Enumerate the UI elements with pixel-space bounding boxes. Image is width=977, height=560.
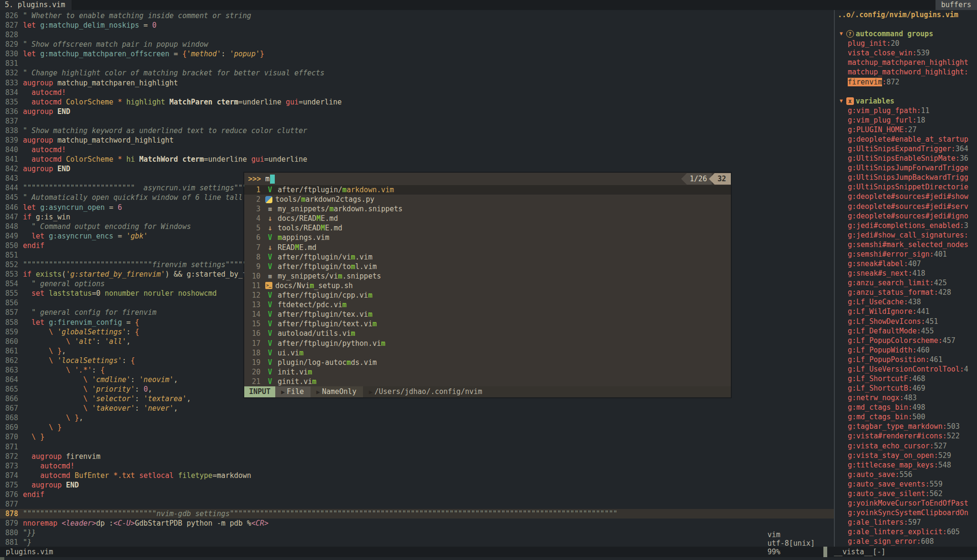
vista-tag-item[interactable]: g:jedi#show_call_signatures: bbox=[835, 230, 977, 240]
file-result-row[interactable]: 12Vafter/ftplugin/cpp.vim bbox=[244, 290, 731, 300]
vista-tag-item[interactable]: g:semshi#error_sign:401 bbox=[835, 249, 977, 259]
vista-tag-item[interactable]: g:vista_echo_cursor:527 bbox=[835, 441, 977, 451]
vista-tag-item[interactable]: vista_close_win:539 bbox=[835, 48, 977, 58]
file-result-row[interactable]: 2tools/markdown2ctags.py bbox=[244, 195, 731, 204]
vista-tag-item[interactable]: g:vim_plug_fpath:11 bbox=[835, 106, 977, 115]
editor-line[interactable]: 876endif bbox=[0, 490, 834, 499]
editor-line[interactable]: 870 \ } bbox=[0, 432, 834, 442]
vista-tag-item[interactable]: g:titlecase_map_keys:548 bbox=[835, 460, 977, 470]
editor-line[interactable]: 878"""""""""""""""""""""""""""""""nvim-g… bbox=[0, 509, 834, 519]
editor-line[interactable]: 875 augroup END bbox=[0, 480, 834, 490]
vista-tag-item[interactable]: g:PLUGIN_HOME:27 bbox=[835, 125, 977, 135]
search-query-input[interactable]: m bbox=[265, 175, 270, 183]
leaderf-popup[interactable]: >>> m 1/26 32 1Vafter/ftplugin/markdown.… bbox=[244, 173, 731, 397]
tab-plugins-vim[interactable]: 5. plugins.vim bbox=[0, 0, 72, 10]
vista-tag-item[interactable]: g:ale_linters:597 bbox=[835, 518, 977, 527]
vista-tag-item[interactable]: g:deoplete#enable_at_startup bbox=[835, 135, 977, 144]
vista-tag-item[interactable]: g:UltiSnipsEnableSnipMate:36 bbox=[835, 154, 977, 163]
vista-tag-item[interactable]: plug_init:20 bbox=[835, 39, 977, 48]
editor-line[interactable]: 831 bbox=[0, 59, 834, 68]
editor-line[interactable]: 871 bbox=[0, 442, 834, 452]
editor-line[interactable]: 877 bbox=[0, 499, 834, 509]
vista-tag-item[interactable]: g:yoinkSyncSystemClipboardOn bbox=[835, 508, 977, 518]
vista-sidebar[interactable]: ..o/.config/nvim/plugins.vim ▼?autocomma… bbox=[835, 10, 977, 547]
file-result-row[interactable]: 19Vplugin/log-autocmds.vim bbox=[244, 358, 731, 367]
vista-tag-item[interactable]: g:Lf_ShortcutB:469 bbox=[835, 384, 977, 393]
file-result-row[interactable]: 13Vftdetect/pdc.vim bbox=[244, 300, 731, 310]
file-result-row[interactable]: 9Vafter/ftplugin/toml.vim bbox=[244, 262, 731, 271]
buffers-tab[interactable]: buffers bbox=[935, 0, 977, 10]
file-result-row[interactable]: 8Vafter/ftplugin/vim.vim bbox=[244, 252, 731, 262]
vista-section-header[interactable]: ▼xvariables bbox=[835, 96, 977, 106]
vista-tag-item[interactable]: firenvim:872 bbox=[835, 77, 977, 87]
editor-line[interactable]: 838" Show matching keyword as underlined… bbox=[0, 126, 834, 135]
editor-line[interactable]: 835 autocmd ColorScheme * highlight Matc… bbox=[0, 97, 834, 107]
file-result-row[interactable]: 16Vautoload/utils.vim bbox=[244, 329, 731, 338]
vista-tag-item[interactable]: g:yoinkMoveCursorToEndOfPast bbox=[835, 498, 977, 508]
editor-line[interactable]: 879nnoremap <leader>dp :<C-U>GdbStartPDB… bbox=[0, 519, 834, 528]
vista-tag-item[interactable]: g:ale_linters_explicit:605 bbox=[835, 527, 977, 537]
vista-tag-item[interactable]: g:UltiSnipsExpandTrigger:364 bbox=[835, 144, 977, 154]
vista-tag-item[interactable]: g:Lf_WildIgnore:441 bbox=[835, 307, 977, 316]
vista-tag-item[interactable]: g:Lf_PopupColorscheme:457 bbox=[835, 336, 977, 345]
vista-tag-item[interactable]: g:deoplete#sources#jedi#igno bbox=[835, 211, 977, 221]
file-result-row[interactable]: 20Vinit.vim bbox=[244, 367, 731, 377]
vista-tag-item[interactable]: g:vista_stay_on_open:529 bbox=[835, 451, 977, 460]
file-result-row[interactable]: 17Vafter/ftplugin/python.vim bbox=[244, 339, 731, 348]
vista-tag-item[interactable]: g:sneak#label:407 bbox=[835, 259, 977, 269]
file-result-row[interactable]: 7↓README.md bbox=[244, 243, 731, 252]
vista-tag-item[interactable]: g:vista#renderer#icons:522 bbox=[835, 431, 977, 441]
editor-line[interactable]: 867 \ 'takeover': 'never', bbox=[0, 404, 834, 413]
file-result-row[interactable]: 6Vmappings.vim bbox=[244, 233, 731, 242]
editor-line[interactable]: 837 bbox=[0, 116, 834, 126]
vista-tag-item[interactable]: g:Lf_ShortcutF:468 bbox=[835, 374, 977, 384]
vista-tag-item[interactable]: g:anzu_search_limit:425 bbox=[835, 278, 977, 288]
editor-line[interactable]: 873 autocmd! bbox=[0, 461, 834, 471]
editor-line[interactable]: 880"}} bbox=[0, 528, 834, 538]
editor-line[interactable]: 869 \ } bbox=[0, 423, 834, 432]
vista-tag-item[interactable]: matchup_matchparen_highlight bbox=[835, 58, 977, 67]
editor-line[interactable]: 872 augroup firenvim bbox=[0, 452, 834, 461]
vista-tag-item[interactable]: g:tagbar_type_markdown:503 bbox=[835, 422, 977, 431]
vista-tag-item[interactable]: g:auto_save_silent:562 bbox=[835, 489, 977, 498]
file-result-row[interactable]: 3≡my_snippets/markdown.snippets bbox=[244, 204, 731, 214]
vista-tag-item[interactable]: g:deoplete#sources#jedi#serv bbox=[835, 202, 977, 211]
editor-line[interactable]: 881"} bbox=[0, 538, 834, 547]
vista-tag-item[interactable]: g:Lf_PopupPosition:461 bbox=[835, 355, 977, 364]
file-result-row[interactable]: 4↓docs/README.md bbox=[244, 214, 731, 223]
vista-tag-item[interactable]: g:md_ctags_bin:500 bbox=[835, 412, 977, 422]
file-result-row[interactable]: 5↓tools/README.md bbox=[244, 223, 731, 233]
editor-line[interactable]: 834 autocmd! bbox=[0, 88, 834, 97]
vista-tag-item[interactable]: g:Lf_UseVersionControlTool:4 bbox=[835, 364, 977, 374]
vista-tag-item[interactable]: g:Lf_PopupWidth:460 bbox=[835, 345, 977, 355]
editor-line[interactable]: 830let g:matchup_matchparen_offscreen = … bbox=[0, 49, 834, 59]
collapse-arrow-icon[interactable]: ▼ bbox=[840, 29, 843, 39]
vista-tag-item[interactable]: g:netrw_nogx:483 bbox=[835, 393, 977, 403]
vista-tag-item[interactable]: g:jedi#completions_enabled:3 bbox=[835, 221, 977, 230]
vista-tag-item[interactable]: g:UltiSnipsJumpBackwardTrigg bbox=[835, 173, 977, 182]
vista-tag-item[interactable]: g:Lf_UseCache:438 bbox=[835, 297, 977, 307]
file-result-row[interactable]: 15Vafter/ftplugin/text.vim bbox=[244, 319, 731, 329]
editor-line[interactable]: 832" Change highlight color of matching … bbox=[0, 68, 834, 78]
vista-tag-item[interactable]: matchup_matchword_highlight: bbox=[835, 67, 977, 77]
editor-line[interactable]: 839augroup matchup_matchword_highlight bbox=[0, 135, 834, 145]
editor-line[interactable]: 826" Whether to enable matching inside c… bbox=[0, 11, 834, 21]
editor-line[interactable]: 833augroup matchup_matchparen_highlight bbox=[0, 78, 834, 88]
vista-tag-item[interactable]: g:Lf_DefaultMode:455 bbox=[835, 326, 977, 336]
collapse-arrow-icon[interactable]: ▼ bbox=[840, 96, 843, 106]
vista-tag-item[interactable]: g:auto_save:556 bbox=[835, 470, 977, 479]
vista-tag-item[interactable]: g:md_ctags_bin:498 bbox=[835, 403, 977, 412]
vista-tag-item[interactable]: g:sneak#s_next:418 bbox=[835, 269, 977, 278]
editor-line[interactable]: 829" Show offscreen match pair in popup … bbox=[0, 40, 834, 49]
vista-tag-item[interactable]: g:ale_sign_error:608 bbox=[835, 537, 977, 546]
editor-line[interactable]: 874 autocmd BufEnter *.txt setlocal file… bbox=[0, 471, 834, 480]
vista-tag-item[interactable]: g:deoplete#sources#jedi#show bbox=[835, 192, 977, 201]
file-result-row[interactable]: 11>_docs/Nvim_setup.sh bbox=[244, 281, 731, 290]
vista-tag-item[interactable]: g:vim_plug_furl:18 bbox=[835, 115, 977, 125]
file-result-row[interactable]: 1Vafter/ftplugin/markdown.vim bbox=[244, 185, 731, 195]
vista-tag-item[interactable]: g:Lf_ShowDevIcons:451 bbox=[835, 317, 977, 326]
vista-tag-item[interactable]: g:anzu_status_format:428 bbox=[835, 288, 977, 297]
editor-line[interactable]: 828 bbox=[0, 30, 834, 40]
editor-line[interactable]: 827let g:matchup_delim_noskips = 0 bbox=[0, 21, 834, 30]
file-result-row[interactable]: 14Vafter/ftplugin/tex.vim bbox=[244, 310, 731, 319]
